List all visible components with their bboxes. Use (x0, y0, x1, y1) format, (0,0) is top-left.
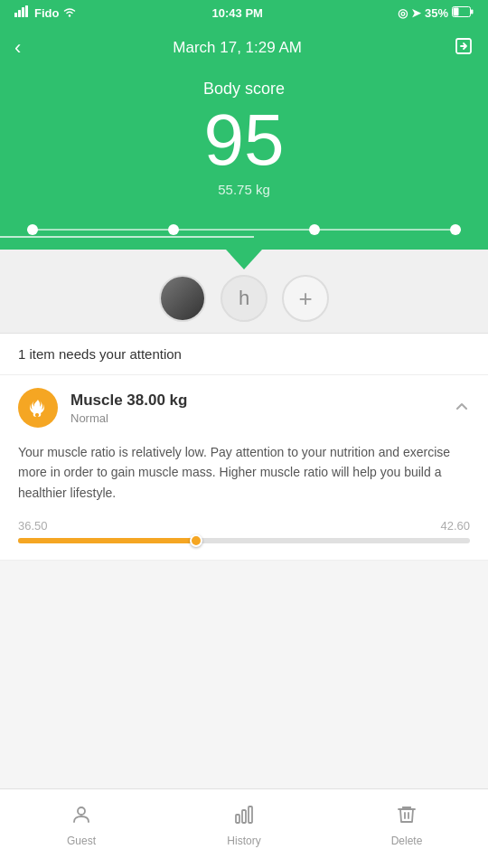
body-score-value: 95 (0, 104, 488, 176)
range-low: 36.50 (18, 519, 48, 533)
range-fill (18, 538, 199, 543)
nav-label-history: History (227, 835, 260, 847)
svg-point-4 (69, 14, 70, 16)
status-right: ◎ ➤ 35% (398, 6, 474, 20)
svg-rect-10 (236, 815, 239, 823)
muscle-detail-text: Your muscle ratio is relatively low. Pay… (18, 428, 470, 510)
body-score-label: Body score (0, 80, 488, 99)
header-title: March 17, 1:29 AM (173, 39, 302, 57)
timeline-dot-2 (168, 224, 179, 235)
person-icon (70, 804, 92, 831)
attention-text: 1 item needs your attention (18, 346, 182, 362)
battery-percent: 35% (425, 6, 448, 20)
carrier-label: Fido (34, 6, 59, 20)
svg-rect-11 (242, 810, 246, 823)
avatar-user[interactable] (159, 275, 206, 322)
svg-rect-2 (22, 7, 24, 17)
trash-icon (396, 804, 418, 831)
body-weight: 55.75 kg (0, 182, 488, 197)
timeline-spacer-2 (179, 229, 309, 231)
timeline-dot-4 (450, 224, 461, 235)
status-left: Fido (14, 5, 77, 20)
muscle-title: Muscle 38.00 kg (70, 392, 187, 410)
location-icon: ◎ (398, 6, 408, 20)
muscle-header: Muscle 38.00 kg Normal (18, 388, 470, 428)
nav-label-delete: Delete (391, 835, 423, 847)
chart-icon (233, 804, 255, 831)
timeline-dot-3 (309, 224, 320, 235)
muscle-status: Normal (70, 411, 187, 425)
wifi-icon (62, 6, 77, 20)
svg-rect-12 (249, 807, 252, 823)
status-time: 10:43 PM (212, 6, 263, 20)
range-track (18, 538, 470, 543)
direction-icon: ➤ (411, 6, 421, 20)
svg-rect-3 (25, 5, 28, 17)
timeline-spacer-1 (38, 229, 168, 231)
svg-rect-1 (18, 10, 21, 17)
muscle-left: Muscle 38.00 kg Normal (18, 388, 187, 428)
attention-bar: 1 item needs your attention (0, 334, 488, 375)
top-header: ‹ March 17, 1:29 AM (0, 25, 488, 71)
muscle-card: Muscle 38.00 kg Normal Your muscle ratio… (0, 375, 488, 561)
avatar-add-button[interactable]: + (282, 275, 329, 322)
battery-icon (452, 6, 474, 20)
back-button[interactable]: ‹ (14, 36, 21, 60)
status-bar: Fido 10:43 PM ◎ ➤ 35% (0, 0, 488, 25)
range-indicator (190, 534, 202, 547)
timeline (0, 224, 488, 250)
svg-rect-7 (454, 7, 459, 15)
nav-item-history[interactable]: History (163, 804, 325, 854)
muscle-icon (18, 388, 58, 428)
range-labels: 36.50 42.60 (18, 519, 470, 533)
svg-point-9 (78, 807, 85, 815)
chevron-up-icon[interactable] (454, 398, 470, 418)
bottom-nav: Guest History Delete (0, 788, 488, 868)
svg-rect-6 (471, 9, 474, 14)
nav-label-guest: Guest (67, 835, 96, 847)
svg-rect-0 (14, 13, 17, 17)
nav-item-delete[interactable]: Delete (325, 804, 488, 854)
green-arrow (226, 250, 262, 269)
green-section: Body score 95 55.75 kg (0, 71, 488, 250)
signal-icon (14, 5, 31, 20)
muscle-info: Muscle 38.00 kg Normal (70, 392, 187, 425)
timeline-spacer-3 (320, 229, 450, 231)
timeline-dot-1 (27, 224, 38, 235)
range-bar: 36.50 42.60 (18, 510, 470, 547)
avatar-h[interactable]: h (221, 275, 267, 322)
range-high: 42.60 (440, 519, 470, 533)
nav-item-guest[interactable]: Guest (0, 804, 163, 854)
share-button[interactable] (454, 36, 474, 61)
